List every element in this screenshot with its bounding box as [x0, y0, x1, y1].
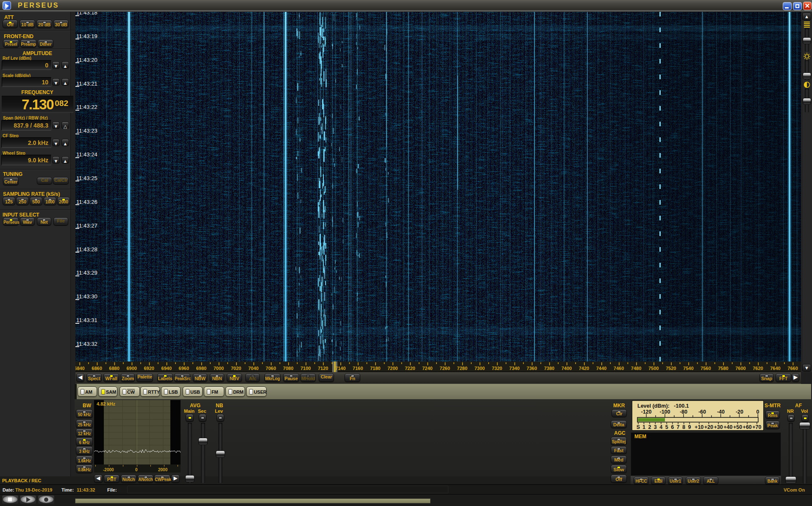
svg-text:11:43:22: 11:43:22 [76, 104, 97, 110]
svg-text:+10: +10 [695, 424, 704, 430]
svg-text:7040: 7040 [248, 366, 259, 371]
svg-text:11:43:19: 11:43:19 [76, 33, 97, 39]
svg-text:5: 5 [665, 424, 668, 430]
svg-text:7600: 7600 [735, 366, 745, 371]
svg-text:7080: 7080 [283, 366, 293, 371]
svg-text:-120: -120 [641, 409, 651, 415]
svg-text:+30: +30 [714, 424, 723, 430]
svg-text:11:43:28: 11:43:28 [76, 246, 97, 253]
svg-text:7180: 7180 [370, 366, 380, 371]
svg-text:7200: 7200 [387, 366, 398, 371]
svg-text:7440: 7440 [596, 366, 606, 371]
svg-text:+20: +20 [704, 424, 713, 430]
svg-text:+40: +40 [723, 424, 732, 430]
svg-text:7640: 7640 [770, 366, 780, 371]
svg-text:7060: 7060 [266, 366, 276, 371]
svg-text:7320: 7320 [492, 366, 502, 371]
svg-text:7540: 7540 [683, 366, 693, 371]
svg-text:6980: 6980 [196, 366, 206, 371]
svg-text:11:43:27: 11:43:27 [76, 222, 97, 229]
svg-text:8: 8 [682, 424, 685, 430]
svg-text:6: 6 [671, 424, 674, 430]
svg-text:-100: -100 [659, 409, 670, 415]
svg-text:-40: -40 [717, 409, 725, 415]
svg-text:7140: 7140 [335, 366, 345, 371]
svg-text:7160: 7160 [353, 366, 363, 371]
svg-text:6880: 6880 [109, 366, 119, 371]
svg-text:7220: 7220 [405, 366, 415, 371]
svg-text:7380: 7380 [544, 366, 554, 371]
svg-text:11:43:29: 11:43:29 [76, 270, 97, 276]
svg-text:6940: 6940 [161, 366, 172, 371]
svg-text:9: 9 [688, 424, 691, 430]
svg-text:7280: 7280 [457, 366, 467, 371]
svg-text:11:43:26: 11:43:26 [76, 199, 97, 205]
svg-text:7580: 7580 [718, 366, 728, 371]
svg-text:1: 1 [642, 424, 645, 430]
svg-text:0: 0 [756, 409, 759, 415]
svg-text:-20: -20 [736, 409, 743, 415]
svg-text:7340: 7340 [509, 366, 520, 371]
svg-text:11:43:21: 11:43:21 [76, 81, 97, 87]
svg-text:+70: +70 [752, 424, 761, 430]
svg-text:11:43:30: 11:43:30 [76, 293, 97, 300]
svg-text:+60: +60 [743, 424, 752, 430]
svg-text:7260: 7260 [439, 366, 450, 371]
svg-text:6860: 6860 [92, 366, 102, 371]
svg-text:S: S [637, 424, 640, 430]
svg-text:11:43:32: 11:43:32 [76, 341, 97, 347]
svg-text:11:43:23: 11:43:23 [76, 128, 97, 134]
svg-text:7420: 7420 [579, 366, 589, 371]
svg-text:6920: 6920 [144, 366, 154, 371]
svg-text:7520: 7520 [666, 366, 676, 371]
svg-text:4: 4 [659, 424, 662, 430]
svg-text:7480: 7480 [631, 366, 641, 371]
svg-text:7400: 7400 [562, 366, 572, 371]
svg-text:7: 7 [677, 424, 680, 430]
svg-text:Level (dBm): -100.1: Level (dBm): -100.1 [637, 403, 689, 409]
svg-text:7100: 7100 [300, 366, 311, 371]
svg-text:7500: 7500 [648, 366, 659, 371]
svg-text:+50: +50 [733, 424, 742, 430]
svg-text:7240: 7240 [422, 366, 432, 371]
svg-text:11:43:25: 11:43:25 [76, 175, 97, 181]
svg-text:11:43:18: 11:43:18 [76, 12, 97, 16]
svg-text:11:43:20: 11:43:20 [76, 57, 97, 63]
svg-text:6960: 6960 [179, 366, 189, 371]
svg-text:4.82 kHz: 4.82 kHz [97, 401, 116, 406]
svg-text:2: 2 [648, 424, 651, 430]
svg-text:11:43:31: 11:43:31 [76, 317, 97, 323]
svg-text:6840: 6840 [75, 366, 85, 371]
svg-text:7360: 7360 [527, 366, 537, 371]
svg-text:7300: 7300 [474, 366, 484, 371]
svg-text:7620: 7620 [753, 366, 763, 371]
svg-text:11:43:24: 11:43:24 [76, 151, 97, 158]
svg-text:-60: -60 [698, 409, 706, 415]
svg-text:7120: 7120 [318, 366, 328, 371]
svg-text:7560: 7560 [701, 366, 711, 371]
svg-text:-80: -80 [680, 409, 687, 415]
svg-text:7000: 7000 [214, 366, 224, 371]
svg-text:6900: 6900 [126, 366, 136, 371]
svg-text:7020: 7020 [231, 366, 241, 371]
svg-text:7660: 7660 [787, 366, 798, 371]
svg-text:7460: 7460 [614, 366, 624, 371]
svg-text:3: 3 [654, 424, 657, 430]
